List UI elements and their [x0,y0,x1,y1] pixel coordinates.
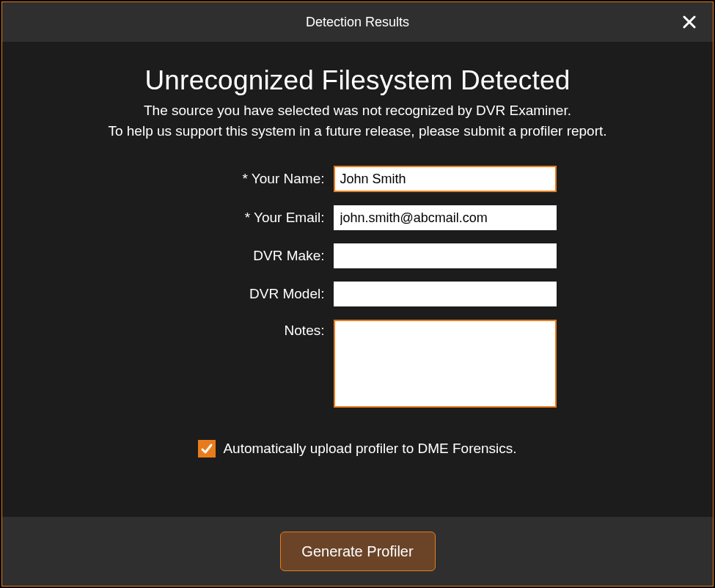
dialog-footer: Generate Profiler [2,517,713,586]
row-make: DVR Make: [159,243,557,268]
name-label: * Your Name: [159,171,325,187]
generate-profiler-button[interactable]: Generate Profiler [280,532,436,571]
subheading: The source you have selected was not rec… [46,100,669,141]
row-model: DVR Model: [159,282,557,306]
row-email: * Your Email: [159,205,557,230]
model-label: DVR Model: [159,286,325,302]
row-notes: Notes: [159,320,557,408]
email-input[interactable] [334,205,557,230]
dialog-title: Detection Results [306,15,409,30]
generate-profiler-label: Generate Profiler [301,543,413,560]
close-button[interactable] [679,12,700,32]
notes-label: Notes: [159,320,325,339]
model-input[interactable] [334,282,557,306]
profiler-form: * Your Name: * Your Email: DVR Make: DVR… [46,166,669,457]
row-name: * Your Name: [159,166,557,192]
checkmark-icon [200,442,213,455]
email-label: * Your Email: [159,210,325,226]
dialog-window: Detection Results Unrecognized Filesyste… [1,1,714,587]
row-auto-upload: Automatically upload profiler to DME For… [198,440,516,457]
make-input[interactable] [334,243,557,268]
dialog-content: Unrecognized Filesystem Detected The sou… [2,42,713,518]
auto-upload-checkbox[interactable] [198,440,216,457]
auto-upload-label: Automatically upload profiler to DME For… [223,441,516,457]
close-icon [683,15,696,29]
heading: Unrecognized Filesystem Detected [46,65,669,96]
make-label: DVR Make: [159,248,325,264]
subheading-line2: To help us support this system in a futu… [108,123,606,139]
titlebar: Detection Results [2,2,713,42]
subheading-line1: The source you have selected was not rec… [144,103,571,118]
name-input[interactable] [334,166,557,192]
notes-input[interactable] [334,320,557,408]
